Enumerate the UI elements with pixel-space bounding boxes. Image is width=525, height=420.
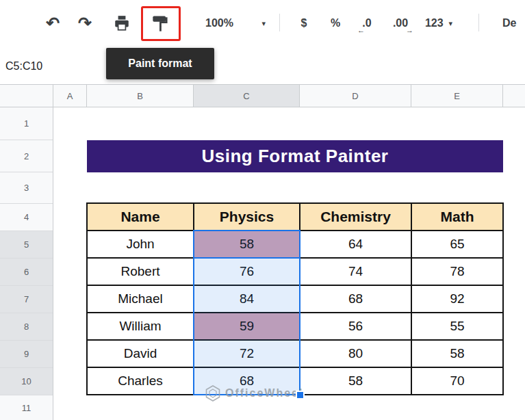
cell-C9[interactable]: 72 xyxy=(194,341,300,368)
cell-B6[interactable]: Robert xyxy=(88,259,194,286)
table-header-math[interactable]: Math xyxy=(412,204,504,231)
row-header-4[interactable]: 4 xyxy=(0,204,53,231)
title-banner-cell[interactable]: Using Format Painter xyxy=(87,140,503,172)
currency-format-button[interactable]: $ xyxy=(290,10,318,37)
cell-D5[interactable]: 64 xyxy=(300,231,412,259)
cell-D8[interactable]: 56 xyxy=(300,313,412,341)
row-header-6[interactable]: 6 xyxy=(0,259,53,286)
column-header-E[interactable]: E xyxy=(411,85,503,107)
decrease-decimal-button[interactable]: .0 ← xyxy=(352,10,382,37)
currency-label: $ xyxy=(301,17,307,29)
table-header-chemistry[interactable]: Chemistry xyxy=(300,204,412,231)
name-box[interactable]: C5:C10 xyxy=(5,56,42,77)
cell-E8[interactable]: 55 xyxy=(412,313,504,341)
column-header-D[interactable]: D xyxy=(300,85,411,107)
font-name-partial: De xyxy=(502,17,516,29)
cell-E5[interactable]: 65 xyxy=(412,231,504,259)
paint-roller-icon xyxy=(151,14,170,33)
percent-format-button[interactable]: % xyxy=(322,10,349,37)
cell-C10[interactable]: 68 xyxy=(194,368,300,395)
cell-D6[interactable]: 74 xyxy=(300,259,412,286)
select-all-corner[interactable] xyxy=(0,85,53,107)
cell-B7[interactable]: Michael xyxy=(88,286,194,313)
redo-button[interactable]: ↷ xyxy=(70,10,100,37)
redo-icon: ↷ xyxy=(78,15,92,31)
column-headers: A B C D E xyxy=(0,84,525,107)
toolbar-divider xyxy=(478,14,479,31)
row-header-11[interactable]: 11 xyxy=(0,395,53,420)
cell-D9[interactable]: 80 xyxy=(300,341,412,368)
column-header-F-partial[interactable] xyxy=(503,85,525,107)
row-header-3[interactable]: 3 xyxy=(0,172,53,204)
row-header-10[interactable]: 10 xyxy=(0,368,53,395)
toolbar-divider xyxy=(279,14,280,31)
chevron-down-icon: ▾ xyxy=(449,19,453,28)
zoom-value: 100% xyxy=(205,17,233,29)
number-format-label: 123 xyxy=(425,17,444,29)
zoom-selector[interactable]: 100% ▾ xyxy=(200,10,271,37)
cell-E10[interactable]: 70 xyxy=(412,368,504,395)
cell-C6[interactable]: 76 xyxy=(194,259,300,286)
cell-D7[interactable]: 68 xyxy=(300,286,412,313)
undo-icon: ↶ xyxy=(46,15,60,31)
row-header-9[interactable]: 9 xyxy=(0,341,53,368)
print-button[interactable] xyxy=(107,10,137,37)
toolbar: ↶ ↷ 100% ▾ $ % xyxy=(0,0,525,42)
cell-E9[interactable]: 58 xyxy=(412,341,504,368)
increase-decimal-button[interactable]: .00 → xyxy=(383,10,418,37)
arrow-right-icon: → xyxy=(406,26,413,34)
cell-B9[interactable]: David xyxy=(88,341,194,368)
column-header-A[interactable]: A xyxy=(53,85,87,107)
chevron-down-icon: ▾ xyxy=(261,19,266,28)
cell-B10[interactable]: Charles xyxy=(88,368,194,395)
cell-E7[interactable]: 92 xyxy=(412,286,504,313)
column-header-B[interactable]: B xyxy=(87,85,194,107)
row-headers: 1 2 3 4 5 6 7 8 9 10 11 xyxy=(0,107,53,420)
paint-format-tooltip: Paint format xyxy=(106,48,214,79)
spreadsheet-app: ↶ ↷ 100% ▾ $ % xyxy=(0,0,525,420)
cell-C5[interactable]: 58 xyxy=(194,231,300,259)
column-header-C[interactable]: C xyxy=(194,85,300,107)
arrow-left-icon: ← xyxy=(357,26,365,34)
number-format-menu[interactable]: 123 ▾ xyxy=(419,10,459,37)
cell-C7[interactable]: 84 xyxy=(194,286,300,313)
font-selector[interactable]: De xyxy=(502,10,525,37)
undo-button[interactable]: ↶ xyxy=(38,10,68,37)
cell-B5[interactable]: John xyxy=(88,231,194,259)
cell-C8[interactable]: 59 xyxy=(194,313,300,341)
data-table: Name Physics Chemistry Math John 58 64 6… xyxy=(86,202,504,395)
table-header-name[interactable]: Name xyxy=(88,204,194,231)
row-header-8[interactable]: 8 xyxy=(0,313,53,341)
percent-label: % xyxy=(331,17,340,29)
cell-E6[interactable]: 78 xyxy=(412,259,504,286)
print-icon xyxy=(113,14,131,32)
row-header-7[interactable]: 7 xyxy=(0,286,53,313)
paint-format-button[interactable] xyxy=(145,10,177,37)
table-header-physics[interactable]: Physics xyxy=(194,204,300,231)
row-header-1[interactable]: 1 xyxy=(0,107,53,140)
cell-B8[interactable]: William xyxy=(88,313,194,341)
row-header-2[interactable]: 2 xyxy=(0,140,53,172)
fill-handle[interactable] xyxy=(296,391,305,399)
row-header-5[interactable]: 5 xyxy=(0,231,53,259)
cell-D10[interactable]: 58 xyxy=(300,368,412,395)
